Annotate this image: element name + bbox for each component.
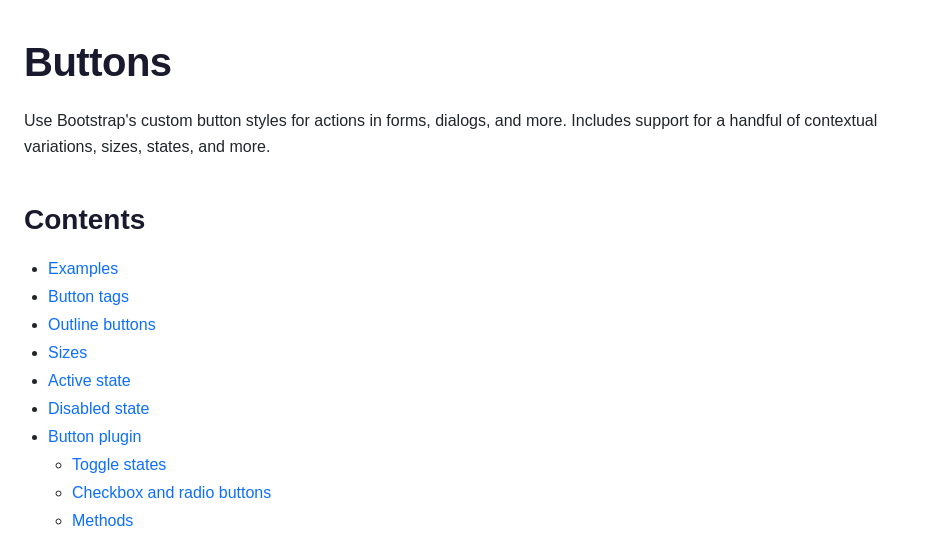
list-item: Button tags	[48, 285, 923, 309]
contents-list: Examples Button tags Outline buttons Siz…	[24, 257, 923, 533]
list-item: Methods	[72, 509, 923, 533]
list-item: Outline buttons	[48, 313, 923, 337]
list-item: Checkbox and radio buttons	[72, 481, 923, 505]
contents-link-button-tags[interactable]: Button tags	[48, 288, 129, 305]
contents-link-button-plugin[interactable]: Button plugin	[48, 428, 141, 445]
contents-link-checkbox-radio[interactable]: Checkbox and radio buttons	[72, 484, 271, 501]
contents-link-methods[interactable]: Methods	[72, 512, 133, 529]
sub-contents-list: Toggle states Checkbox and radio buttons…	[48, 453, 923, 533]
contents-link-outline-buttons[interactable]: Outline buttons	[48, 316, 156, 333]
list-item: Sizes	[48, 341, 923, 365]
contents-link-sizes[interactable]: Sizes	[48, 344, 87, 361]
page-title: Buttons	[24, 32, 923, 92]
contents-link-toggle-states[interactable]: Toggle states	[72, 456, 166, 473]
contents-link-disabled-state[interactable]: Disabled state	[48, 400, 149, 417]
page-description: Use Bootstrap's custom button styles for…	[24, 108, 904, 159]
list-item: Examples	[48, 257, 923, 281]
list-item: Button plugin Toggle states Checkbox and…	[48, 425, 923, 533]
contents-heading: Contents	[24, 199, 923, 241]
contents-link-examples[interactable]: Examples	[48, 260, 118, 277]
list-item: Disabled state	[48, 397, 923, 421]
list-item: Toggle states	[72, 453, 923, 477]
list-item: Active state	[48, 369, 923, 393]
contents-link-active-state[interactable]: Active state	[48, 372, 131, 389]
